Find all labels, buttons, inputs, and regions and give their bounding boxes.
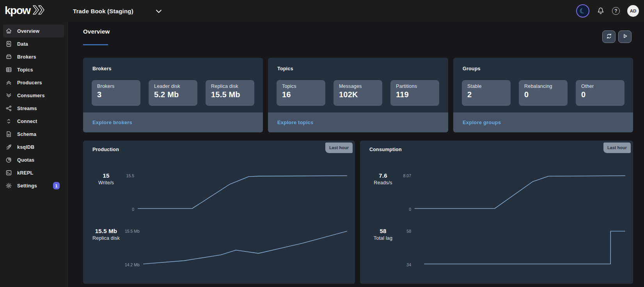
- stat-label: Messages: [339, 84, 380, 89]
- kpow-logo-chevrons-icon: [32, 5, 46, 17]
- table-icon: [5, 66, 12, 73]
- stat-label: Stable: [467, 84, 508, 89]
- consumption-chart-card: Consumption Last hour 7.6 Reads/s 8.07 0…: [360, 141, 633, 284]
- sidebar-item-label: ksqlDB: [17, 144, 34, 150]
- gear-icon: [5, 182, 12, 189]
- read-rate-stat: 7.6 Reads/s: [364, 172, 402, 212]
- terminal-icon: [5, 169, 12, 176]
- stat-label: Total lag: [374, 235, 392, 242]
- chevrons-up-down-icon: [5, 118, 12, 125]
- sidebar-item-ksqldb[interactable]: ksqlDB: [3, 141, 64, 153]
- y-axis-labels: 58 34: [402, 227, 411, 268]
- sidebar-item-topics[interactable]: Topics: [3, 63, 64, 76]
- stat-tile-topics: Topics 16: [277, 80, 325, 106]
- explore-brokers-link[interactable]: Explore brokers: [92, 119, 132, 125]
- hard-drive-icon: [5, 53, 12, 60]
- sidebar-item-overview[interactable]: Overview: [3, 25, 64, 37]
- user-avatar[interactable]: AD: [627, 5, 639, 17]
- stat-label: Topics: [282, 84, 323, 89]
- y-min-label: 34: [402, 262, 411, 267]
- environment-name: Trade Book (Staging): [73, 8, 133, 14]
- stat-tile-rebalancing: Rebalancing 0: [519, 80, 568, 106]
- stat-tile-replica-disk: Replica disk 15.5 Mb: [206, 80, 254, 106]
- stat-value: 7.6: [379, 172, 387, 180]
- page-title: Overview: [83, 28, 110, 35]
- stat-tiles: Stable 2 Rebalancing 0 Other 0: [462, 80, 624, 106]
- sidebar-item-settings[interactable]: Settings 1: [3, 179, 64, 192]
- sidebar-item-label: Streams: [17, 106, 37, 111]
- stat-label: Brokers: [97, 84, 138, 89]
- stat-tile-partitions: Partitions 119: [390, 80, 439, 106]
- read-rate-chart-row: 7.6 Reads/s 8.07 0: [364, 172, 625, 212]
- pie-chart-icon: [5, 157, 12, 163]
- app-window: kpow Trade Book (Staging) ☾: [0, 0, 644, 287]
- sidebar-item-schema[interactable]: Schema: [3, 128, 64, 141]
- stat-value: 119: [396, 90, 437, 99]
- environment-selector[interactable]: Trade Book (Staging): [73, 0, 133, 22]
- kpow-logo-text: kpow: [5, 4, 30, 17]
- card-title: Consumption: [369, 147, 402, 152]
- card-title: Brokers: [92, 66, 112, 71]
- kpow-logo[interactable]: kpow: [5, 4, 46, 17]
- sidebar-item-connect[interactable]: Connect: [3, 115, 64, 128]
- y-max-label: 58: [402, 228, 411, 234]
- write-rate-stat: 15 Write/s: [87, 172, 125, 212]
- stat-value: 2: [467, 90, 508, 99]
- y-axis-labels: 8.07 0: [402, 172, 411, 212]
- page-title-underline: [83, 44, 108, 45]
- explore-groups-link[interactable]: Explore groups: [463, 119, 501, 125]
- notifications-button[interactable]: [597, 6, 605, 16]
- play-icon: [622, 33, 628, 41]
- bell-icon: [597, 6, 605, 16]
- topbar-actions: ☾ ? AD: [576, 0, 639, 22]
- production-chart-card: Production Last hour 15 Write/s 15.5 0 1…: [83, 141, 355, 284]
- chevron-down-icon: [155, 8, 162, 15]
- stat-value: 102K: [339, 90, 380, 99]
- chevrons-down-icon: [5, 92, 12, 99]
- sidebar-nav-list: Overview Data Brokers Topics: [0, 25, 67, 192]
- card-title: Topics: [277, 66, 293, 71]
- avatar-initials: AD: [630, 9, 637, 13]
- stat-tile-other: Other 0: [576, 80, 624, 106]
- sidebar-item-quotas[interactable]: Quotas: [3, 153, 64, 166]
- explore-topics-link[interactable]: Explore topics: [277, 119, 313, 125]
- share-nodes-icon: [5, 105, 12, 112]
- y-min-label: 0: [402, 207, 411, 212]
- stat-tiles: Brokers 3 Leader disk 5.2 Mb Replica dis…: [92, 80, 254, 106]
- refresh-button[interactable]: [602, 30, 616, 43]
- read-rate-sparkline: [415, 172, 625, 212]
- sidebar-item-label: Data: [17, 41, 28, 47]
- help-button[interactable]: ?: [612, 7, 620, 15]
- write-rate-sparkline: [138, 172, 347, 212]
- stat-value: 0: [581, 90, 622, 99]
- live-mode-button[interactable]: [618, 30, 632, 43]
- write-rate-chart-row: 15 Write/s 15.5 0: [87, 172, 347, 212]
- replica-disk-chart-row: 15.5 Mb Replica disk 15.5 Mb 14.2 Mb: [87, 227, 347, 268]
- stat-label: Reads/s: [374, 180, 392, 186]
- sidebar-item-brokers[interactable]: Brokers: [3, 50, 64, 63]
- rocket-icon: [5, 144, 12, 150]
- sidebar-item-streams[interactable]: Streams: [3, 102, 64, 115]
- sidebar-item-label: Brokers: [17, 54, 36, 60]
- sidebar-item-data[interactable]: Data: [3, 37, 64, 50]
- sidebar-item-label: Connect: [17, 119, 37, 124]
- y-min-label: 14.2 Mb: [125, 262, 140, 267]
- sidebar-item-label: Producers: [17, 80, 42, 86]
- y-max-label: 15.5: [125, 173, 134, 178]
- stat-value: 16: [282, 90, 323, 99]
- stat-value: 0: [524, 90, 565, 99]
- home-icon: [5, 28, 12, 34]
- sidebar-item-consumers[interactable]: Consumers: [3, 89, 64, 102]
- moon-icon: ☾: [579, 7, 587, 15]
- sidebar-item-krepl[interactable]: kREPL: [3, 166, 64, 179]
- topics-summary-card: Topics Topics 16 Messages 102K Partition…: [268, 58, 448, 132]
- sidebar-item-label: Topics: [17, 67, 33, 73]
- groups-summary-card: Groups Stable 2 Rebalancing 0 Other 0 Ex…: [453, 58, 633, 132]
- stat-value: 3: [97, 90, 138, 99]
- y-axis-labels: 15.5 0: [125, 172, 134, 212]
- y-max-label: 15.5 Mb: [125, 228, 140, 234]
- stat-label: Partitions: [396, 84, 437, 89]
- stat-label: Write/s: [98, 180, 114, 186]
- sidebar-item-producers[interactable]: Producers: [3, 76, 64, 89]
- dark-mode-toggle[interactable]: ☾: [576, 4, 589, 18]
